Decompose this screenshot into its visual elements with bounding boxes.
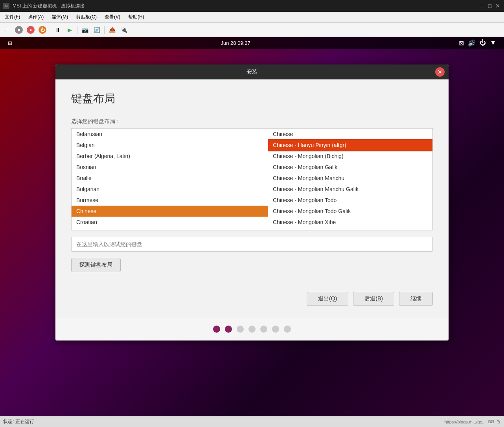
progress-dot-5 xyxy=(260,326,267,333)
window-title: MSI 上的 新建虚拟机 - 虚拟机连接 xyxy=(13,3,476,9)
toolbar-pause[interactable]: ⏸ xyxy=(52,24,63,35)
network-status-icon: ⊠ xyxy=(459,39,464,47)
menu-file[interactable]: 文件(F) xyxy=(2,13,23,21)
list-item[interactable]: Bulgarian xyxy=(72,184,268,195)
dialog-window: 安装 ✕ 键盘布局 选择您的键盘布局： BelarusianBelgianBer… xyxy=(55,64,449,340)
menu-clipboard[interactable]: 剪贴板(C) xyxy=(73,13,100,21)
toolbar-sep-1 xyxy=(50,26,50,34)
dialog-close-button[interactable]: ✕ xyxy=(435,67,445,77)
menu-view[interactable]: 查看(V) xyxy=(101,13,123,21)
window-controls: ─ □ ✕ xyxy=(479,3,501,9)
toolbar-play[interactable]: ▶ xyxy=(64,24,75,35)
progress-dot-1 xyxy=(213,326,220,333)
list-item[interactable]: Chinese xyxy=(72,206,268,217)
continue-button[interactable]: 继续 xyxy=(399,292,433,306)
quit-button[interactable]: 退出(Q) xyxy=(307,292,348,306)
list-item[interactable]: Chinese - Mongolian Todo xyxy=(268,195,432,206)
app-icon: M xyxy=(3,3,9,9)
dialog-footer: 退出(Q) 后退(B) 继续 xyxy=(55,284,449,318)
close-button[interactable]: ✕ xyxy=(495,3,501,9)
progress-dots xyxy=(55,318,449,340)
volume-icon: 🔊 xyxy=(468,39,476,47)
network-icon: ⊞ xyxy=(8,40,12,46)
stop-icon: ■ xyxy=(15,26,23,34)
progress-dot-7 xyxy=(284,326,291,333)
list-item[interactable]: Belarusian xyxy=(72,129,268,140)
list-item[interactable]: Chinese - Mongolian Galik xyxy=(268,162,432,173)
list-item[interactable]: Chinese - Mongolian (Bichig) xyxy=(268,151,432,162)
statusbar-right: https://blogs.m.../gc... ⌨ 🖱 xyxy=(444,419,501,424)
menu-bar: 文件(F) 操作(A) 媒体(M) 剪贴板(C) 查看(V) 帮助(H) xyxy=(0,12,504,23)
dialog-heading: 键盘布局 xyxy=(71,91,433,106)
detect-keyboard-button[interactable]: 探测键盘布局 xyxy=(71,258,121,272)
list-item[interactable]: Chinese - Mongolian Manchu Galik xyxy=(268,184,432,195)
status-url: https://blogs.m.../gc... xyxy=(444,420,486,424)
toolbar-usb[interactable]: 🔌 xyxy=(118,24,129,35)
mouse-icon: 🖱 xyxy=(497,420,501,424)
vm-top-statusbar: ⊞ Jun 28 09:27 ⊠ 🔊 ⏻ ▼ xyxy=(0,37,504,49)
title-bar: M MSI 上的 新建虚拟机 - 虚拟机连接 ─ □ ✕ xyxy=(0,0,504,12)
toolbar-reset[interactable]: ● xyxy=(25,24,36,35)
list-item[interactable]: Burmese xyxy=(72,195,268,206)
install-dialog: 安装 ✕ 键盘布局 选择您的键盘布局： BelarusianBelgianBer… xyxy=(55,64,449,340)
toolbar-sep-3 xyxy=(104,26,105,34)
menu-media[interactable]: 媒体(M) xyxy=(48,13,71,21)
list-item[interactable]: Berber (Algeria, Latin) xyxy=(72,151,268,162)
menu-help[interactable]: 帮助(H) xyxy=(125,13,147,21)
vm-area: ⊞ Jun 28 09:27 ⊠ 🔊 ⏻ ▼ 安装 ✕ 键盘布局 选择您的键盘 xyxy=(0,37,504,416)
bottom-statusbar: 状态: 正在运行 https://blogs.m.../gc... ⌨ 🖱 xyxy=(0,416,504,427)
list-item[interactable]: Chinese - Mongolian Manchu xyxy=(268,173,432,184)
keyboard-icon: ⌨ xyxy=(488,419,494,424)
toolbar-send[interactable]: 📤 xyxy=(107,24,118,35)
vm-left-icons: ⊞ xyxy=(8,40,12,46)
progress-dot-2 xyxy=(225,326,232,333)
dialog-body: 键盘布局 选择您的键盘布局： BelarusianBelgianBerber (… xyxy=(55,79,449,284)
vm-status-text: 状态: 正在运行 xyxy=(3,418,34,425)
dialog-titlebar: 安装 ✕ xyxy=(55,64,449,79)
toolbar-power[interactable]: ⏻ xyxy=(37,24,48,35)
menu-action[interactable]: 操作(A) xyxy=(25,13,47,21)
list-item[interactable]: Croatian xyxy=(72,217,268,228)
vm-right-icons: ⊠ 🔊 ⏻ ▼ xyxy=(459,39,496,47)
back-button[interactable]: 后退(B) xyxy=(353,292,394,306)
power-icon: ⏻ xyxy=(39,26,46,34)
list-item[interactable]: Chinese xyxy=(268,129,432,140)
list-item[interactable]: Chinese - Tibetan xyxy=(268,228,432,230)
vm-time: Jun 28 09:27 xyxy=(221,40,250,46)
list-item[interactable]: Braille xyxy=(72,173,268,184)
progress-dot-6 xyxy=(272,326,279,333)
list-item[interactable]: Bosnian xyxy=(72,162,268,173)
keyboard-right-list[interactable]: ChineseChinese - Hanyu Pinyin (altgr)Chi… xyxy=(268,129,432,230)
power-status-icon: ⏻ xyxy=(480,39,486,46)
toolbar-sep-2 xyxy=(77,26,77,34)
toolbar-stop[interactable]: ■ xyxy=(13,24,24,35)
list-item[interactable]: Belgian xyxy=(72,140,268,151)
dialog-title: 安装 xyxy=(246,68,258,75)
language-left-list[interactable]: BelarusianBelgianBerber (Algeria, Latin)… xyxy=(72,129,268,230)
toolbar-snapshot[interactable]: 📷 xyxy=(79,24,90,35)
keyboard-test-input[interactable] xyxy=(71,237,433,252)
maximize-button[interactable]: □ xyxy=(487,3,493,9)
reset-icon: ● xyxy=(27,26,35,34)
toolbar-back[interactable]: ← xyxy=(2,24,13,35)
list-item[interactable]: Chinese - Mongolian Todo Galik xyxy=(268,206,432,217)
toolbar-refresh[interactable]: 🔄 xyxy=(91,24,102,35)
progress-dot-4 xyxy=(248,326,256,333)
progress-dot-3 xyxy=(237,326,244,333)
keyboard-lists: BelarusianBelgianBerber (Algeria, Latin)… xyxy=(71,128,433,230)
list-item[interactable]: Chinese - Hanyu Pinyin (altgr) xyxy=(268,140,432,151)
vm-desktop: 安装 ✕ 键盘布局 选择您的键盘布局： BelarusianBelgianBer… xyxy=(0,49,504,416)
select-label: 选择您的键盘布局： xyxy=(71,118,433,125)
dropdown-icon: ▼ xyxy=(490,39,496,46)
list-item[interactable]: Chinese - Mongolian Xibe xyxy=(268,217,432,228)
toolbar: ← ■ ● ⏻ ⏸ ▶ 📷 🔄 📤 🔌 xyxy=(0,23,504,37)
minimize-button[interactable]: ─ xyxy=(479,3,485,9)
list-item[interactable]: Czech xyxy=(72,228,268,230)
